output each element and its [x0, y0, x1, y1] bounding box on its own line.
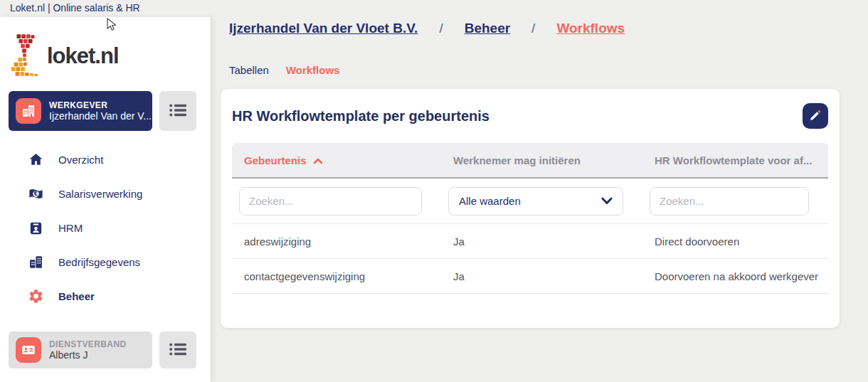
- edit-button[interactable]: [803, 103, 828, 129]
- loket-logo-icon: [9, 34, 41, 78]
- column-header-label: Gebeurtenis: [244, 154, 307, 166]
- main-content: Ijzerhandel Van der Vloet B.V. / Beheer …: [211, 17, 868, 382]
- column-header-werknemer[interactable]: Werknemer mag initiëren: [441, 154, 642, 166]
- cell-gebeurtenis: adreswijziging: [232, 235, 441, 248]
- breadcrumb-separator: /: [439, 21, 443, 36]
- cell-template: Direct doorvoeren: [642, 235, 828, 248]
- cell-gebeurtenis: contactgegevenswijziging: [232, 270, 441, 282]
- werkgever-name: Ijzerhandel Van der V...: [49, 110, 152, 122]
- sidebar-item-bedrijfsgegevens[interactable]: Bedrijfsgegevens: [0, 245, 211, 279]
- sidebar-item-beheer[interactable]: Beheer: [0, 279, 211, 313]
- column-header-gebeurtenis[interactable]: Gebeurtenis: [232, 154, 441, 166]
- werkgever-card[interactable]: WERKGEVER Ijzerhandel Van der V...: [9, 91, 152, 131]
- dienstverband-card[interactable]: DIENSTVERBAND Alberts J: [9, 331, 152, 368]
- card-title: HR Workflowtemplate per gebeurtenis: [232, 108, 489, 124]
- app-window: Loket.nl | Online salaris & HR: [0, 0, 868, 382]
- table-row[interactable]: contactgegevenswijziging Ja Doorvoeren n…: [232, 259, 828, 294]
- tab-workflows[interactable]: Workflows: [286, 64, 340, 76]
- list-icon: [169, 102, 188, 120]
- banknote-euro-icon: €: [27, 185, 44, 202]
- tabs: Tabellen Workflows: [229, 64, 339, 76]
- gear-icon: [27, 287, 44, 304]
- id-card-icon: [16, 337, 41, 363]
- sidebar-item-label: Salarisverwerking: [58, 188, 142, 200]
- table-row[interactable]: adreswijziging Ja Direct doorvoeren: [232, 224, 828, 259]
- chevron-down-icon: [601, 195, 613, 207]
- table-header: Gebeurtenis Werknemer mag initiëren HR W…: [232, 143, 828, 179]
- filter-template-input[interactable]: [650, 187, 809, 216]
- buildings-icon: [16, 98, 41, 124]
- pencil-icon: [808, 108, 822, 124]
- sidebar-item-hrm[interactable]: HRM: [0, 211, 211, 245]
- table-filter-row: Alle waarden: [232, 179, 828, 224]
- sidebar-item-overzicht[interactable]: Overzicht: [0, 142, 211, 176]
- filter-werknemer-select[interactable]: Alle waarden: [448, 187, 623, 216]
- filter-gebeurtenis-input[interactable]: [239, 187, 422, 216]
- breadcrumb: Ijzerhandel Van der Vloet B.V. / Beheer …: [229, 21, 625, 36]
- sidebar-item-label: HRM: [58, 222, 83, 234]
- column-header-template[interactable]: HR Workflowtemplate voor af...: [642, 154, 828, 166]
- cell-werknemer: Ja: [441, 235, 642, 248]
- select-value: Alle waarden: [459, 195, 521, 207]
- werkgever-menu-button[interactable]: [159, 91, 196, 131]
- breadcrumb-employer-link[interactable]: Ijzerhandel Van der Vloet B.V.: [229, 21, 418, 36]
- sidebar: loket.nl WERKG: [0, 17, 211, 382]
- sidebar-item-label: Bedrijfsgegevens: [58, 256, 140, 268]
- loket-logo[interactable]: loket.nl: [9, 34, 119, 78]
- tab-tabellen[interactable]: Tabellen: [229, 64, 269, 76]
- home-icon: [27, 151, 44, 168]
- dienstverband-menu-button[interactable]: [159, 331, 196, 368]
- topbar: Loket.nl | Online salaris & HR: [0, 0, 868, 17]
- sort-asc-icon: [313, 154, 323, 166]
- werkgever-label: WERKGEVER: [49, 100, 152, 110]
- loket-logo-text: loket.nl: [47, 43, 119, 69]
- buildings-icon: [27, 253, 44, 270]
- dienstverband-label: DIENSTVERBAND: [49, 339, 127, 349]
- sidebar-menu: Overzicht € Salarisverwerking: [0, 142, 211, 313]
- workflow-template-card: HR Workflowtemplate per gebeurtenis Gebe…: [221, 89, 840, 328]
- sidebar-item-salarisverwerking[interactable]: € Salarisverwerking: [0, 176, 211, 211]
- dienstverband-name: Alberts J: [49, 349, 127, 361]
- sidebar-item-label: Beheer: [58, 290, 95, 302]
- breadcrumb-separator: /: [531, 21, 535, 36]
- sidebar-item-label: Overzicht: [58, 154, 103, 166]
- id-badge-icon: [27, 219, 44, 236]
- cell-template: Doorvoeren na akkoord werkgever: [642, 270, 828, 282]
- breadcrumb-beheer-link[interactable]: Beheer: [465, 21, 510, 36]
- list-icon: [169, 341, 188, 359]
- breadcrumb-workflows-link[interactable]: Workflows: [556, 21, 625, 36]
- svg-text:€: €: [33, 191, 38, 197]
- topbar-title: Loket.nl | Online salaris & HR: [0, 2, 140, 14]
- cell-werknemer: Ja: [441, 270, 642, 282]
